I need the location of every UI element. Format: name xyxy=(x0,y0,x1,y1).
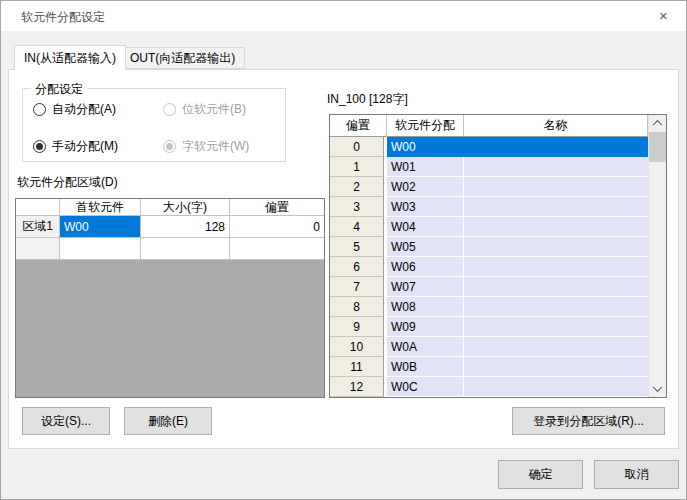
scroll-down-button[interactable] xyxy=(649,380,666,397)
row-header[interactable]: 区域1 xyxy=(16,216,60,238)
assignment-table-body: 0W001W012W023W034W045W056W067W078W089W09… xyxy=(330,137,648,397)
radio-icon xyxy=(33,140,46,153)
radio-label: 位软元件(B) xyxy=(182,101,246,118)
name-cell[interactable] xyxy=(464,357,648,377)
set-button[interactable]: 设定(S)... xyxy=(22,407,110,435)
offset-cell[interactable]: 8 xyxy=(330,297,384,317)
offset-cell[interactable]: 9 xyxy=(330,317,384,337)
name-cell[interactable] xyxy=(464,137,648,157)
device-cell[interactable]: W01 xyxy=(387,157,464,177)
delete-button[interactable]: 删除(E) xyxy=(124,407,212,435)
offset-cell[interactable]: 12 xyxy=(330,377,384,397)
name-cell[interactable] xyxy=(464,157,648,177)
device-cell[interactable]: W0B xyxy=(387,357,464,377)
area-size-cell[interactable]: 128 xyxy=(141,216,230,238)
table-row: 12W0C xyxy=(330,377,648,397)
assignment-target-title: IN_100 [128字] xyxy=(327,91,408,108)
offset-cell[interactable]: 7 xyxy=(330,277,384,297)
radio-manual-assign[interactable]: 手动分配(M) xyxy=(33,138,163,155)
area-size-cell-empty[interactable] xyxy=(141,238,230,260)
device-cell[interactable]: W0A xyxy=(387,337,464,357)
device-area-table: 首软元件 大小(字) 偏置 区域1 W00 128 0 xyxy=(15,198,325,398)
name-cell[interactable] xyxy=(464,277,648,297)
offset-cell[interactable]: 3 xyxy=(330,197,384,217)
table-row: 8W08 xyxy=(330,297,648,317)
register-to-area-button[interactable]: 登录到分配区域(R)... xyxy=(512,407,665,435)
header-name: 名称 xyxy=(464,115,648,137)
offset-cell[interactable]: 6 xyxy=(330,257,384,277)
area-device-cell[interactable]: W00 xyxy=(60,216,141,238)
header-size: 大小(字) xyxy=(141,199,230,216)
area-device-cell-empty[interactable] xyxy=(60,238,141,260)
offset-cell[interactable]: 4 xyxy=(330,217,384,237)
name-cell[interactable] xyxy=(464,257,648,277)
scroll-up-button[interactable] xyxy=(649,115,666,132)
assignment-setting-group: 分配设定 自动分配(A) 位软元件(B) 手动分配(M) 字软元件(W) xyxy=(22,88,286,162)
radio-grid: 自动分配(A) 位软元件(B) 手动分配(M) 字软元件(W) xyxy=(33,101,249,155)
device-cell[interactable]: W04 xyxy=(387,217,464,237)
name-cell[interactable] xyxy=(464,377,648,397)
table-row: 1W01 xyxy=(330,157,648,177)
table-row: 11W0B xyxy=(330,357,648,377)
area-offset-cell-empty[interactable] xyxy=(230,238,324,260)
table-row: 3W03 xyxy=(330,197,648,217)
name-cell[interactable] xyxy=(464,337,648,357)
header-device-assignment: 软元件分配 xyxy=(387,115,464,137)
table-row: 4W04 xyxy=(330,217,648,237)
radio-auto-assign[interactable]: 自动分配(A) xyxy=(33,101,163,118)
table-row: 6W06 xyxy=(330,257,648,277)
offset-cell[interactable]: 0 xyxy=(330,137,384,157)
offset-cell[interactable]: 11 xyxy=(330,357,384,377)
tab-in-label: IN(从适配器输入) xyxy=(24,50,116,67)
device-cell[interactable]: W06 xyxy=(387,257,464,277)
tab-page-in: 分配设定 自动分配(A) 位软元件(B) 手动分配(M) 字软元件(W) xyxy=(8,69,679,449)
name-cell[interactable] xyxy=(464,237,648,257)
scrollbar-track[interactable] xyxy=(649,162,666,380)
name-cell[interactable] xyxy=(464,217,648,237)
device-cell[interactable]: W05 xyxy=(387,237,464,257)
table-row: 0W00 xyxy=(330,137,648,157)
offset-cell[interactable]: 1 xyxy=(330,157,384,177)
table-row: 7W07 xyxy=(330,277,648,297)
device-assignment-settings-dialog: 软元件分配设定 × IN(从适配器输入) OUT(向适配器输出) 分配设定 自动… xyxy=(0,0,687,500)
device-cell[interactable]: W02 xyxy=(387,177,464,197)
group-title: 分配设定 xyxy=(31,81,87,98)
row-header[interactable] xyxy=(16,238,60,260)
ok-button[interactable]: 确定 xyxy=(498,460,583,489)
device-cell[interactable]: W00 xyxy=(387,137,464,157)
tab-in[interactable]: IN(从适配器输入) xyxy=(14,45,126,70)
device-cell[interactable]: W08 xyxy=(387,297,464,317)
device-assignment-table: 偏置 软元件分配 名称 0W001W012W023W034W045W056W06… xyxy=(329,114,667,398)
header-offset: 偏置 xyxy=(230,199,324,216)
name-cell[interactable] xyxy=(464,197,648,217)
radio-icon xyxy=(33,103,46,116)
scrollbar-thumb[interactable] xyxy=(649,132,666,162)
close-button[interactable]: × xyxy=(641,1,686,30)
area-offset-cell[interactable]: 0 xyxy=(230,216,324,238)
table-row: 9W09 xyxy=(330,317,648,337)
area-row-1: 区域1 W00 128 0 xyxy=(16,216,324,238)
table-row: 2W02 xyxy=(330,177,648,197)
name-cell[interactable] xyxy=(464,297,648,317)
offset-cell[interactable]: 10 xyxy=(330,337,384,357)
offset-cell[interactable]: 5 xyxy=(330,237,384,257)
offset-cell[interactable]: 2 xyxy=(330,177,384,197)
name-cell[interactable] xyxy=(464,177,648,197)
device-cell[interactable]: W03 xyxy=(387,197,464,217)
chevron-up-icon xyxy=(653,120,663,130)
tab-out-label: OUT(向适配器输出) xyxy=(130,50,235,67)
radio-icon xyxy=(163,140,176,153)
dialog-title: 软元件分配设定 xyxy=(21,9,105,26)
radio-word-device[interactable]: 字软元件(W) xyxy=(163,138,249,155)
title-bar: 软元件分配设定 × xyxy=(1,1,686,31)
tab-out[interactable]: OUT(向适配器输出) xyxy=(120,47,245,69)
device-cell[interactable]: W09 xyxy=(387,317,464,337)
radio-label: 自动分配(A) xyxy=(52,101,116,118)
radio-icon xyxy=(163,103,176,116)
name-cell[interactable] xyxy=(464,317,648,337)
radio-bit-device[interactable]: 位软元件(B) xyxy=(163,101,249,118)
cancel-button[interactable]: 取消 xyxy=(594,460,679,489)
device-area-label: 软元件分配区域(D) xyxy=(17,174,118,191)
device-cell[interactable]: W0C xyxy=(387,377,464,397)
device-cell[interactable]: W07 xyxy=(387,277,464,297)
